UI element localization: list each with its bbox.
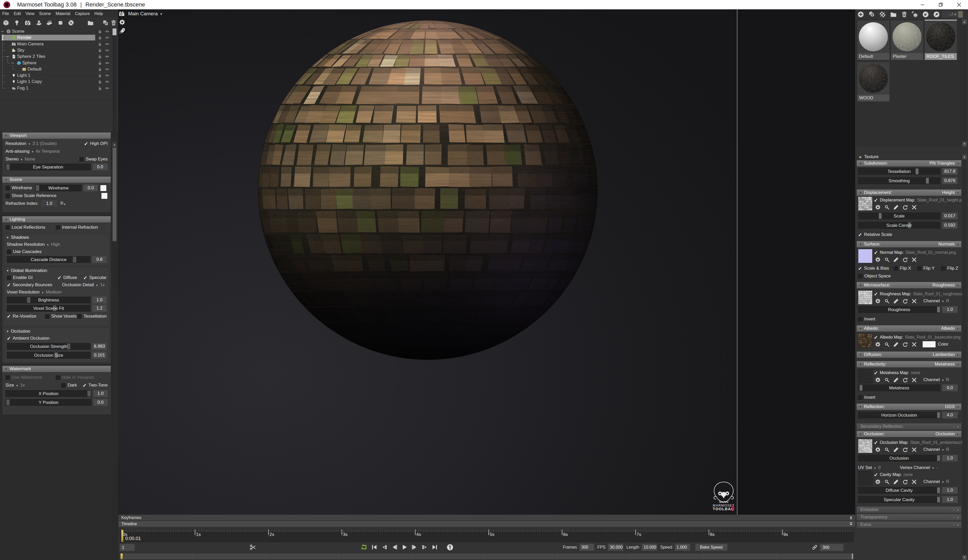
use-watermark-checkbox[interactable] xyxy=(5,375,10,380)
lock-icon[interactable] xyxy=(98,35,102,40)
section-reflection-header[interactable]: ▼Reflection:GGX▼ xyxy=(857,404,961,410)
section-mode-value[interactable]: PN Triangles xyxy=(930,161,955,166)
tree-expander-icon[interactable] xyxy=(6,56,9,57)
voxel-resolution-dropdown-icon[interactable]: ▼ xyxy=(41,291,44,294)
tessellation-value[interactable]: 817.8 xyxy=(942,168,958,175)
section-mode-dropdown-icon[interactable]: ▼ xyxy=(956,243,959,246)
eye-icon[interactable] xyxy=(105,79,109,84)
hide-in-viewport-checkbox[interactable]: Hide in Viewport xyxy=(56,375,108,380)
shadow-resolution-value[interactable]: High xyxy=(51,242,60,247)
local-reflections-checkbox[interactable] xyxy=(5,225,10,230)
specular-cavity-value[interactable]: 1.0 xyxy=(942,496,958,503)
map-pencil-icon[interactable] xyxy=(893,447,899,453)
section-watermark-header[interactable]: ▼Watermark xyxy=(2,366,111,372)
scale-bias-checkbox[interactable]: ✓Scale & Bias xyxy=(858,265,889,272)
thumbnail-size-widget[interactable]: - / + xyxy=(941,10,964,18)
material-thumbnail[interactable] xyxy=(925,20,957,53)
fps-input[interactable]: 30.000 xyxy=(608,543,623,551)
displacement-map-filename[interactable]: Slate_Roof_01_height.png xyxy=(917,198,962,203)
enable-gi-checkbox[interactable] xyxy=(7,276,11,280)
cascade-distance-value[interactable]: 0.8 xyxy=(92,256,107,263)
apply-material-icon[interactable] xyxy=(911,11,918,18)
show-voxels-checkbox[interactable]: Show Voxels xyxy=(45,314,76,319)
lock-icon[interactable] xyxy=(98,54,102,59)
gi-tessellation-checkbox[interactable]: Tessellation xyxy=(77,314,107,319)
shadow-resolution-dropdown-icon[interactable]: ▼ xyxy=(46,243,49,246)
tree-row-render[interactable]: Render xyxy=(0,35,112,41)
scrollbar-thumb[interactable] xyxy=(113,148,116,241)
section-transparency-header[interactable]: Transparency:-▼ xyxy=(857,514,961,520)
section-lighting-header[interactable]: ▼Lighting xyxy=(2,216,111,223)
eye-icon[interactable] xyxy=(105,48,109,53)
section-mode-dropdown-icon[interactable]: ▼ xyxy=(956,363,959,366)
lock-icon[interactable] xyxy=(98,86,102,91)
voxel-scene-fit-value[interactable]: 1.2 xyxy=(92,305,107,312)
close-button[interactable] xyxy=(950,0,968,9)
tree-row-light-1[interactable]: Light 1 xyxy=(0,72,112,79)
eye-icon[interactable] xyxy=(105,29,109,34)
map-pencil-icon[interactable] xyxy=(893,479,899,485)
section-emissive-header[interactable]: Emissive:-▼ xyxy=(857,507,961,513)
3d-viewport[interactable]: Main Camera ▼ MARMOSET TOOLBAG 3 xyxy=(118,9,855,515)
map-magnifier-icon[interactable] xyxy=(884,298,890,304)
surface-map-thumbnail[interactable] xyxy=(858,249,873,263)
material-thumbnail[interactable] xyxy=(891,20,923,53)
brightness-value[interactable]: 1.0 xyxy=(92,297,107,303)
occlusion-slider[interactable]: Occlusion xyxy=(858,455,940,461)
map-clear-icon[interactable] xyxy=(911,298,917,304)
map-refresh-icon[interactable] xyxy=(902,342,908,347)
material-thumbnail[interactable] xyxy=(857,20,889,53)
material-thumbnail[interactable] xyxy=(857,62,889,95)
menu-help[interactable]: Help xyxy=(92,12,105,16)
props-scroll-down-icon[interactable]: ▼ xyxy=(962,555,967,560)
map-refresh-icon[interactable] xyxy=(902,479,908,485)
anti-aliasing-dropdown-icon[interactable]: ▼ xyxy=(31,150,34,153)
invert-checkbox[interactable]: Invert xyxy=(858,394,875,401)
play-reverse-key-icon[interactable] xyxy=(381,543,388,551)
scale-reference-color-swatch[interactable] xyxy=(101,193,108,199)
scale-slider[interactable]: Scale xyxy=(858,213,940,219)
eye-icon[interactable] xyxy=(105,42,109,46)
viewport-turntable-button[interactable] xyxy=(119,26,162,35)
map-pencil-icon[interactable] xyxy=(893,377,899,383)
horizon-occlusion-value[interactable]: 4.0 xyxy=(942,412,958,418)
occlusion-size-slider[interactable]: Occlusion Size xyxy=(7,352,91,358)
tree-row-main-camera[interactable]: Main Camera xyxy=(0,41,112,47)
lock-icon[interactable] xyxy=(98,29,102,34)
add-mesh-icon[interactable] xyxy=(3,20,9,26)
eye-separation-slider[interactable]: Eye Separation xyxy=(5,164,91,170)
surface-map-filename[interactable]: Slate_Roof_01_normal.png xyxy=(905,250,956,255)
skip-end-icon[interactable] xyxy=(431,543,438,551)
lock-icon[interactable] xyxy=(98,67,102,71)
viewport-settings-button[interactable] xyxy=(119,18,162,26)
map-clear-icon[interactable] xyxy=(911,257,917,263)
section-microsurface-header[interactable]: ▼Microsurface:Roughness▼ xyxy=(857,282,961,288)
map-refresh-icon[interactable] xyxy=(902,298,908,304)
occlusion-size-value[interactable]: 0.101 xyxy=(92,352,107,358)
timeline-bar[interactable]: Timeline xyxy=(118,521,855,527)
occlusion-map-thumbnail[interactable] xyxy=(858,439,873,453)
map-clear-icon[interactable] xyxy=(911,377,917,383)
new-material-icon[interactable] xyxy=(857,11,864,18)
map-gear-icon[interactable] xyxy=(875,447,881,453)
browser-scroll-up-icon[interactable]: ▲ xyxy=(962,20,967,24)
map-gear-icon[interactable] xyxy=(875,342,881,347)
viewport-render-area[interactable] xyxy=(118,9,737,515)
start-frame-input[interactable]: 1 xyxy=(120,544,134,551)
map-clear-icon[interactable] xyxy=(911,204,917,210)
stereo-dropdown-icon[interactable]: ▼ xyxy=(20,158,23,161)
add-backdrop-icon[interactable] xyxy=(57,20,64,26)
gi-diffuse-checkbox[interactable]: ✓Diffuse xyxy=(57,275,77,281)
tree-row-sky[interactable]: Sky xyxy=(0,47,112,53)
timeline-collapse-icon[interactable] xyxy=(849,522,853,526)
minimize-button[interactable] xyxy=(913,0,932,9)
scissors-icon[interactable] xyxy=(249,543,257,551)
map-magnifier-icon[interactable] xyxy=(884,377,890,383)
section-mode-value[interactable]: GGX xyxy=(945,404,955,410)
section-mode-value[interactable]: - xyxy=(953,515,955,520)
displacement-map-thumbnail[interactable] xyxy=(858,197,873,211)
eye-icon[interactable] xyxy=(105,35,109,40)
section-mode-dropdown-icon[interactable]: ▼ xyxy=(956,509,959,512)
section-reflectivity-header[interactable]: ▼Reflectivity:Metalness▼ xyxy=(857,361,961,367)
flip-z-checkbox[interactable]: Flip Z xyxy=(941,265,958,272)
